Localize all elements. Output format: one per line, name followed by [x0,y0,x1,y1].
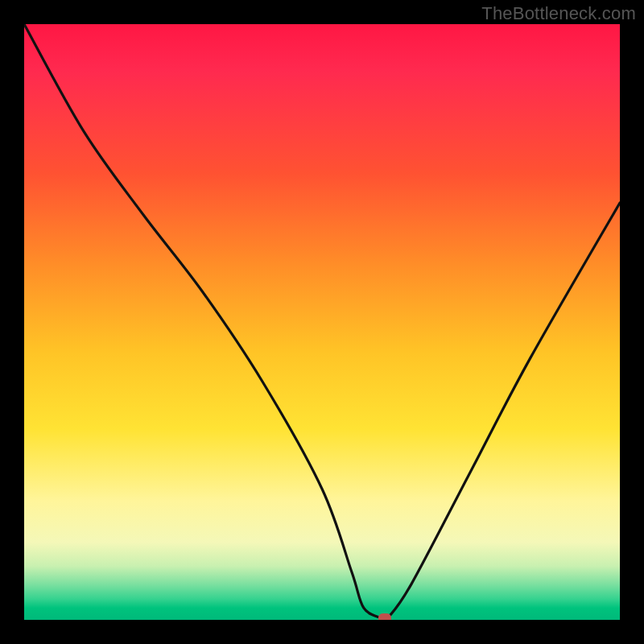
bottleneck-curve [24,24,620,620]
chart-frame: TheBottleneck.com [0,0,644,644]
optimal-marker [378,613,391,620]
plot-area [24,24,620,620]
watermark-text: TheBottleneck.com [481,3,636,24]
